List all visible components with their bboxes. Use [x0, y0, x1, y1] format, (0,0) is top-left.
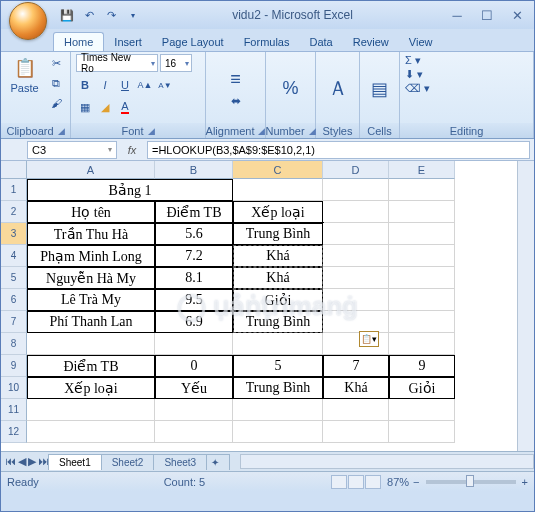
select-all-corner[interactable] [1, 161, 27, 179]
cell-e7[interactable] [389, 311, 455, 333]
cell-d9[interactable]: 7 [323, 355, 389, 377]
formula-input[interactable]: =HLOOKUP(B3,$A$9:$E$10,2,1) [147, 141, 530, 159]
styles-icon[interactable]: Ａ [328, 75, 348, 102]
page-break-view-button[interactable] [365, 475, 381, 489]
cell-a6[interactable]: Lê Trà My [27, 289, 155, 311]
cell-a10[interactable]: Xếp loại [27, 377, 155, 399]
font-size-combo[interactable]: 16 [160, 54, 192, 72]
cell-b9[interactable]: 0 [155, 355, 233, 377]
cell-e5[interactable] [389, 267, 455, 289]
cell-e12[interactable] [389, 421, 455, 443]
cell-a1[interactable]: Bảng 1 [27, 179, 233, 201]
cell-a4[interactable]: Phạm Minh Long [27, 245, 155, 267]
clipboard-launcher-icon[interactable]: ◢ [58, 126, 65, 136]
row-header-4[interactable]: 4 [1, 245, 27, 267]
cell-b12[interactable] [155, 421, 233, 443]
autosum-button[interactable]: Σ ▾ [405, 54, 421, 67]
cell-d10[interactable]: Khá [323, 377, 389, 399]
undo-icon[interactable]: ↶ [81, 7, 97, 23]
cell-c2[interactable]: Xếp loại [233, 201, 323, 223]
cell-d11[interactable] [323, 399, 389, 421]
cell-b5[interactable]: 8.1 [155, 267, 233, 289]
new-sheet-tab[interactable]: ✦ [206, 454, 230, 470]
sheet-tab-2[interactable]: Sheet2 [101, 454, 155, 470]
col-header-d[interactable]: D [323, 161, 389, 179]
row-header-11[interactable]: 11 [1, 399, 27, 421]
cell-d3[interactable] [323, 223, 389, 245]
cell-d4[interactable] [323, 245, 389, 267]
cell-e2[interactable] [389, 201, 455, 223]
merge-center-icon[interactable]: ⬌ [231, 94, 241, 108]
row-header-10[interactable]: 10 [1, 377, 27, 399]
redo-icon[interactable]: ↷ [103, 7, 119, 23]
cell-c3[interactable]: Trung Bình [233, 223, 323, 245]
fill-color-button[interactable]: ◢ [96, 98, 114, 116]
cell-c8[interactable] [233, 333, 323, 355]
tab-home[interactable]: Home [53, 32, 104, 51]
number-format-icon[interactable]: % [282, 78, 298, 99]
cell-e6[interactable] [389, 289, 455, 311]
alignment-launcher-icon[interactable]: ◢ [258, 126, 265, 136]
cell-a2[interactable]: Họ tên [27, 201, 155, 223]
row-header-3[interactable]: 3 [1, 223, 27, 245]
row-header-5[interactable]: 5 [1, 267, 27, 289]
cell-c5[interactable]: Khá [233, 267, 323, 289]
col-header-e[interactable]: E [389, 161, 455, 179]
cell-e11[interactable] [389, 399, 455, 421]
zoom-out-button[interactable]: − [413, 476, 419, 488]
cut-icon[interactable]: ✂ [47, 54, 65, 72]
cell-c7[interactable]: Trung Bình [233, 311, 323, 333]
tab-page-layout[interactable]: Page Layout [152, 33, 234, 51]
cell-b8[interactable] [155, 333, 233, 355]
row-header-7[interactable]: 7 [1, 311, 27, 333]
row-header-12[interactable]: 12 [1, 421, 27, 443]
cell-d6[interactable] [323, 289, 389, 311]
cell-a5[interactable]: Nguyễn Hà My [27, 267, 155, 289]
col-header-a[interactable]: A [27, 161, 155, 179]
sheet-tab-1[interactable]: Sheet1 [48, 454, 102, 470]
cell-e8[interactable] [389, 333, 455, 355]
col-header-b[interactable]: B [155, 161, 233, 179]
font-launcher-icon[interactable]: ◢ [148, 126, 155, 136]
cell-a11[interactable] [27, 399, 155, 421]
font-color-button[interactable]: A [116, 98, 134, 116]
cell-d12[interactable] [323, 421, 389, 443]
cell-c10[interactable]: Trung Bình [233, 377, 323, 399]
paste-button[interactable]: 📋 Paste [6, 54, 43, 96]
tab-nav-first-icon[interactable]: ⏮ [5, 455, 16, 468]
cell-b4[interactable]: 7.2 [155, 245, 233, 267]
border-button[interactable]: ▦ [76, 98, 94, 116]
tab-insert[interactable]: Insert [104, 33, 152, 51]
cell-b6[interactable]: 9.5 [155, 289, 233, 311]
minimize-button[interactable]: ─ [444, 6, 470, 24]
tab-view[interactable]: View [399, 33, 443, 51]
cell-b3[interactable]: 5.6 [155, 223, 233, 245]
zoom-slider[interactable] [426, 480, 516, 484]
normal-view-button[interactable] [331, 475, 347, 489]
cell-c12[interactable] [233, 421, 323, 443]
cell-d2[interactable] [323, 201, 389, 223]
paste-options-tag[interactable]: 📋▾ [359, 331, 379, 347]
page-layout-view-button[interactable] [348, 475, 364, 489]
col-header-c[interactable]: C [233, 161, 323, 179]
tab-data[interactable]: Data [299, 33, 342, 51]
tab-formulas[interactable]: Formulas [234, 33, 300, 51]
cell-c4[interactable]: Khá [233, 245, 323, 267]
cell-e10[interactable]: Giỏi [389, 377, 455, 399]
cell-b2[interactable]: Điểm TB [155, 201, 233, 223]
cell-e9[interactable]: 9 [389, 355, 455, 377]
fill-button[interactable]: ⬇ ▾ [405, 68, 423, 81]
cell-d7[interactable] [323, 311, 389, 333]
row-header-8[interactable]: 8 [1, 333, 27, 355]
copy-icon[interactable]: ⧉ [47, 74, 65, 92]
office-button[interactable] [9, 2, 47, 40]
cell-a3[interactable]: Trần Thu Hà [27, 223, 155, 245]
grow-font-icon[interactable]: A▲ [136, 76, 154, 94]
cell-c6[interactable]: Giỏi [233, 289, 323, 311]
row-header-1[interactable]: 1 [1, 179, 27, 201]
format-painter-icon[interactable]: 🖌 [47, 94, 65, 112]
cell-a7[interactable]: Phí Thanh Lan [27, 311, 155, 333]
cell-a8[interactable] [27, 333, 155, 355]
number-launcher-icon[interactable]: ◢ [309, 126, 316, 136]
clear-button[interactable]: ⌫ ▾ [405, 82, 430, 95]
